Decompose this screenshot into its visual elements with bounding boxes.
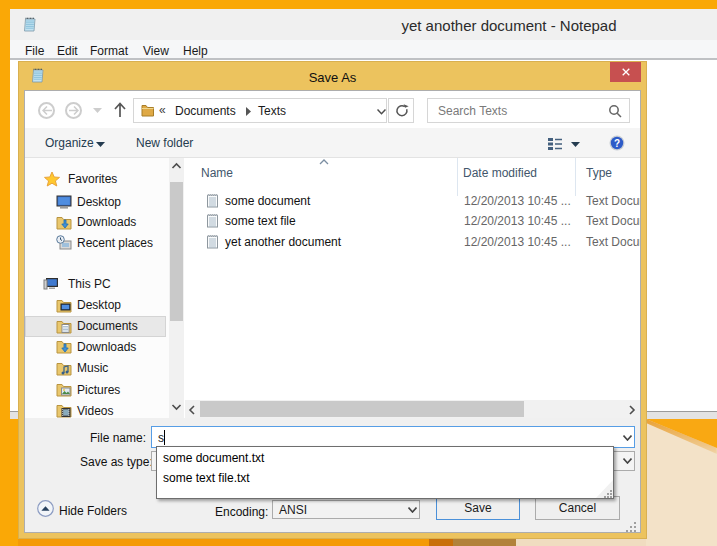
svg-text:?: ? [614, 138, 620, 149]
